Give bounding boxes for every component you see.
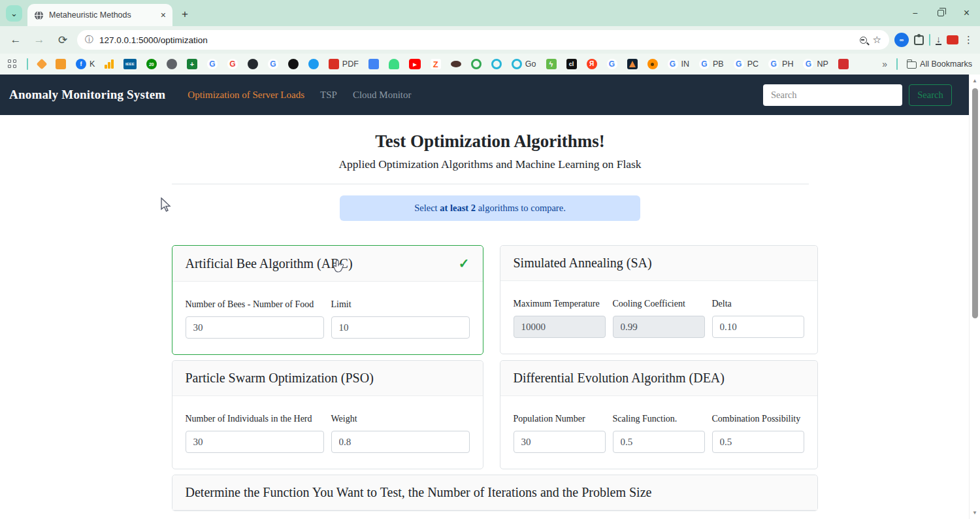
google-icon[interactable]: G <box>268 59 278 69</box>
search-button[interactable]: Search <box>909 84 952 106</box>
field-label: Number of Bees - Number of Food <box>186 297 324 311</box>
nav-link-optimization[interactable]: Optimization of Server Loads <box>188 90 304 101</box>
page-scrollbar[interactable]: ▲ ▼ <box>969 75 980 519</box>
nav-link-cloud-monitor[interactable]: Cloud Monitor <box>353 90 412 101</box>
teal-swirl-icon[interactable] <box>491 59 502 69</box>
matlab-icon[interactable] <box>627 59 638 69</box>
android-icon[interactable] <box>389 59 399 69</box>
new-tab-button[interactable]: + <box>182 8 188 21</box>
lightning-icon[interactable]: ϟ <box>546 59 557 69</box>
starburst-eye-icon[interactable] <box>647 59 658 69</box>
apps-grid-icon[interactable] <box>8 59 17 69</box>
bookmark-star-icon[interactable]: ☆ <box>873 34 881 46</box>
bookmarks-overflow-chevron[interactable]: » <box>882 59 887 69</box>
card-test-settings[interactable]: Determine the Function You Want to Test,… <box>172 475 818 511</box>
analytics-bars-icon[interactable] <box>105 59 114 69</box>
card-pso-header[interactable]: Particle Swarm Optimization (PSO) <box>172 361 483 396</box>
google-icon[interactable]: G <box>227 59 238 69</box>
scaling-function-input[interactable] <box>613 431 705 453</box>
tab-close-icon[interactable]: × <box>161 10 166 20</box>
zoom-indicator-icon[interactable] <box>860 37 867 44</box>
site-brand[interactable]: Anomaly Monitoring System <box>9 88 165 102</box>
yandex-icon[interactable]: Я <box>587 59 597 69</box>
page-subtitle: Applied Optimization Algorithms and Mach… <box>172 158 809 171</box>
blue-fence-icon[interactable] <box>368 59 379 69</box>
bookmark-go[interactable]: Go <box>512 59 536 69</box>
site-info-icon[interactable]: ⓘ <box>85 34 93 46</box>
bees-count-input[interactable] <box>186 316 324 339</box>
card-abc-header[interactable]: Artificial Bee Algorithm (ABC) ✓ <box>172 246 483 282</box>
bookmark-facebook[interactable]: fK <box>76 59 95 69</box>
scrollbar-thumb[interactable] <box>972 88 978 318</box>
forward-button[interactable]: → <box>30 31 48 49</box>
bookmarks-bar: fK IEEE 20 + G G G PDF ▶ Z Go ϟ cl Я G G… <box>0 54 980 75</box>
oval-icon[interactable] <box>451 61 461 67</box>
bookmark-g-in[interactable]: GIN <box>668 59 690 69</box>
card-sa[interactable]: Simulated Annealing (SA) Maximum Tempera… <box>500 245 818 354</box>
card-dea[interactable]: Differential Evolution Algorithm (DEA) P… <box>500 360 818 469</box>
bookmark-g-ph[interactable]: GPH <box>768 59 793 69</box>
scroll-down-arrow-icon[interactable]: ▼ <box>972 507 977 519</box>
card-pso[interactable]: Particle Swarm Optimization (PSO) Number… <box>172 360 483 469</box>
card-sa-title: Simulated Annealing (SA) <box>514 256 652 271</box>
weight-input[interactable] <box>331 431 470 453</box>
dark-circle-icon[interactable] <box>288 59 299 69</box>
field-label: Maximum Temperature <box>514 297 606 310</box>
card-test-settings-title: Determine the Function You Want to Test,… <box>186 485 652 500</box>
search-input[interactable] <box>763 84 902 106</box>
population-number-input[interactable] <box>514 431 606 453</box>
minimize-button[interactable]: − <box>912 8 917 18</box>
ieee-icon[interactable]: IEEE <box>123 59 137 69</box>
badge-20-icon[interactable]: 20 <box>146 59 157 69</box>
reload-button[interactable]: ⟳ <box>54 31 72 49</box>
herd-count-input[interactable] <box>186 431 324 453</box>
google-icon[interactable]: G <box>207 59 218 69</box>
nav-link-tsp[interactable]: TSP <box>320 90 337 101</box>
browser-menu-icon[interactable]: ⋮ <box>964 34 973 46</box>
extension-red-icon[interactable] <box>947 35 958 44</box>
bookmark-g-pb[interactable]: GPB <box>699 59 724 69</box>
globe-dark-icon[interactable] <box>167 59 177 69</box>
teal-swirl-icon <box>512 59 522 69</box>
youtube-icon[interactable]: ▶ <box>409 59 421 69</box>
extensions-puzzle-icon[interactable] <box>914 35 924 45</box>
bird-icon[interactable] <box>308 59 319 69</box>
green-cross-icon[interactable]: + <box>187 59 197 69</box>
z-icon[interactable]: Z <box>431 59 441 69</box>
bookmark-label: IN <box>681 59 690 69</box>
google-icon[interactable]: G <box>607 59 617 69</box>
green-ring-icon[interactable] <box>471 59 482 69</box>
tab-search-chevron-icon[interactable]: ⌄ <box>6 5 22 22</box>
field-label: Scaling Function. <box>613 412 705 426</box>
bookmark-g-pc[interactable]: GPC <box>734 59 759 69</box>
extension-blue-icon[interactable]: ∞ <box>894 33 909 47</box>
close-window-button[interactable]: × <box>964 7 970 19</box>
limit-input[interactable] <box>331 316 470 339</box>
browser-tab[interactable]: Metaheuristic Methods × <box>27 4 172 26</box>
mouse-cursor <box>161 197 172 213</box>
restore-button[interactable] <box>938 10 944 16</box>
bookmark-g-np[interactable]: GNP <box>803 59 828 69</box>
bookmark-pdf[interactable]: PDF <box>329 59 359 69</box>
card-abc[interactable]: Artificial Bee Algorithm (ABC) ✓ Number … <box>172 245 483 355</box>
bookmark-label: PDF <box>342 59 359 69</box>
cooling-coefficient-input <box>613 316 705 338</box>
scroll-up-arrow-icon[interactable]: ▲ <box>972 75 977 87</box>
bookmark-orange-box-icon[interactable] <box>56 59 66 69</box>
pdf-icon <box>329 59 339 69</box>
address-bar[interactable]: ⓘ 127.0.0.1:5000/optimization ☆ <box>77 30 889 50</box>
github-icon[interactable] <box>248 59 258 69</box>
card-dea-header[interactable]: Differential Evolution Algorithm (DEA) <box>500 361 817 396</box>
field-label: Delta <box>712 297 804 310</box>
downloads-icon[interactable]: ↓ <box>936 35 941 45</box>
all-bookmarks-button[interactable]: All Bookmarks <box>907 59 972 69</box>
card-sa-header[interactable]: Simulated Annealing (SA) <box>500 246 817 281</box>
back-button[interactable]: ← <box>7 31 25 49</box>
url-text[interactable]: 127.0.0.1:5000/optimization <box>99 35 854 45</box>
red-square-icon[interactable] <box>838 59 849 69</box>
divider <box>172 184 809 184</box>
bookmark-diamond-icon[interactable] <box>37 59 48 70</box>
combination-possibility-input[interactable] <box>712 431 804 453</box>
cl-icon[interactable]: cl <box>566 59 577 69</box>
delta-input[interactable] <box>712 316 804 338</box>
